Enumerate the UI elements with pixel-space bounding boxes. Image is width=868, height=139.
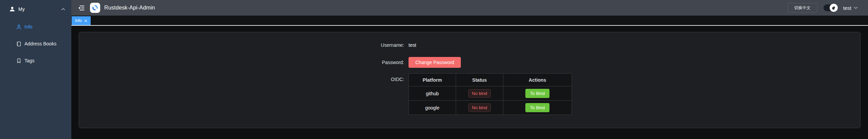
status-badge: No bind [468, 103, 491, 112]
user-menu[interactable]: test [843, 5, 858, 11]
username-value: test [409, 42, 416, 48]
user-name: test [843, 5, 851, 11]
platform-cell: google [409, 101, 456, 115]
to-bind-button[interactable]: To Bind [525, 89, 549, 98]
column-header-platform: Platform [409, 74, 456, 86]
tab-label: Info [75, 18, 82, 23]
main-content: Username: test Password: Change Password… [71, 26, 868, 139]
tab-info[interactable]: Info [72, 16, 91, 25]
notebook-icon [16, 41, 21, 46]
column-header-actions: Actions [503, 74, 572, 86]
chevron-down-icon [854, 6, 858, 9]
app-title: Rustdesk-Api-Admin [104, 5, 155, 11]
to-bind-button[interactable]: To Bind [525, 103, 549, 112]
status-cell: No bind [456, 101, 503, 115]
change-password-button[interactable]: Change Password [409, 57, 461, 68]
table-row: github No bind To Bind [409, 86, 572, 101]
password-row: Password: Change Password [337, 57, 572, 68]
user-filled-icon [10, 6, 15, 12]
actions-cell: To Bind [503, 101, 572, 115]
table-row: google No bind To Bind [409, 101, 572, 115]
info-card: Username: test Password: Change Password… [79, 32, 861, 128]
sidebar-group-label: My [18, 6, 25, 12]
oidc-row: OIDC: Platform Status Actions github [337, 73, 572, 115]
sidebar-group-my[interactable]: My [0, 0, 71, 18]
user-info-form: Username: test Password: Change Password… [337, 40, 572, 115]
sidebar-item-label: Info [24, 24, 32, 29]
username-row: Username: test [337, 40, 572, 50]
moon-icon [830, 4, 838, 12]
status-badge: No bind [468, 89, 491, 98]
oidc-label: OIDC: [337, 73, 409, 82]
user-outline-icon [16, 24, 21, 29]
bookmark-icon [16, 58, 21, 63]
password-label: Password: [337, 60, 409, 65]
switch-language-button[interactable]: 切换中文 [788, 3, 817, 13]
sidebar-nav: Info Address Books Tags [0, 18, 71, 69]
top-header: Rustdesk-Api-Admin 切换中文 test [71, 0, 868, 16]
close-icon[interactable] [84, 19, 87, 22]
header-actions: 切换中文 test [788, 3, 858, 13]
status-cell: No bind [456, 86, 503, 101]
tab-bar: Info [71, 16, 868, 26]
table-header-row: Platform Status Actions [409, 74, 572, 86]
platform-cell: github [409, 86, 456, 101]
sidebar-item-label: Tags [24, 58, 35, 63]
column-header-status: Status [456, 74, 503, 86]
chevron-up-icon [61, 8, 65, 11]
menu-fold-icon[interactable] [78, 5, 85, 11]
username-label: Username: [337, 42, 409, 48]
sidebar-item-tags[interactable]: Tags [0, 52, 71, 69]
dark-mode-toggle[interactable] [824, 4, 837, 11]
actions-cell: To Bind [503, 86, 572, 101]
oidc-table: Platform Status Actions github No bind [409, 73, 572, 115]
sidebar-item-label: Address Books [24, 41, 56, 46]
sidebar: My Info Address Books Tags [0, 0, 71, 139]
sidebar-item-info[interactable]: Info [0, 18, 71, 35]
sidebar-item-address-books[interactable]: Address Books [0, 35, 71, 52]
rustdesk-logo-icon [90, 3, 100, 13]
